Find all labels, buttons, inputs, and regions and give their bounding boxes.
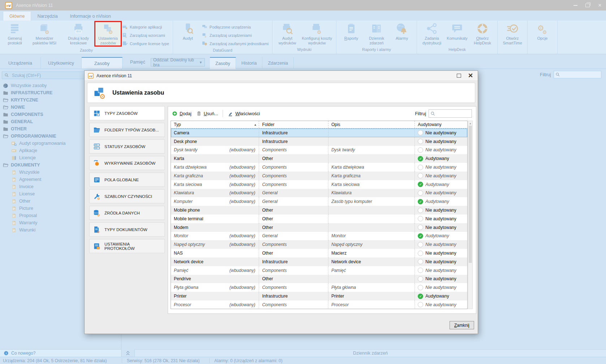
table-row[interactable]: KartaOther✓Audytowany — [171, 154, 467, 163]
ribbon-button-komunikaty[interactable]: Komunikaty — [444, 22, 470, 41]
ribbon-group-items-0: Generuj protokół⚙Menedżer pakietów MSIDr… — [0, 21, 173, 48]
ribbon-button-raporty[interactable]: Raporty — [339, 22, 364, 41]
table-row[interactable]: Mobile terminalOtherNie audytowany — [171, 214, 467, 223]
table-row[interactable]: Pamięć(wbudowany)ComponentsPamięćNie aud… — [171, 266, 467, 275]
dialog-maximize-button[interactable] — [453, 72, 465, 80]
filter-input[interactable] — [560, 72, 598, 78]
ribbon-button-zarz-dzaj-zaufanymi-jednostkami[interactable]: Zarządzaj zaufanymi jednostkami — [202, 39, 268, 48]
ribbon-button-opcje[interactable]: ⚙⚙Opcje — [530, 22, 555, 41]
ribbon-button-audyt[interactable]: Audyt — [175, 22, 201, 41]
delete-button[interactable]: Usuń... — [196, 111, 218, 116]
ribbon-button-dziennik-zdarze-[interactable]: Dziennik zdarzeń — [364, 22, 389, 46]
dialog-menu-item-1[interactable]: FOLDERY TYPÓW ZASOB... — [89, 123, 165, 137]
view-tab-urządzenia[interactable]: Urządzenia — [0, 57, 41, 69]
table-row[interactable]: PrinterInfrastructurePrinter✓Audytowany — [171, 292, 467, 300]
column-header-audytowany[interactable]: Audytowany — [415, 121, 467, 128]
document-icon — [11, 184, 17, 190]
maximize-button[interactable] — [581, 0, 594, 10]
table-row[interactable]: Network deviceInfrastructureNetwork devi… — [171, 257, 467, 266]
window-titlebar: nV Axence nVision 11 × — [0, 0, 606, 10]
subtab-zdarzenia[interactable]: Zdarzenia — [262, 57, 294, 69]
whats-new-link[interactable]: i Co nowego? — [0, 349, 121, 357]
column-header-typ[interactable]: Typ▲ — [171, 121, 259, 128]
ribbon-button-configure-license-type[interactable]: Configure license type — [122, 39, 169, 48]
view-tab-użytkownicy[interactable]: Użytkownicy — [41, 57, 82, 69]
filter-box — [554, 71, 601, 78]
helpdesk-icon — [477, 23, 488, 34]
table-row[interactable]: PendriveOtherNie audytowany — [171, 275, 467, 283]
ribbon-group-label-1: DataGuard — [173, 48, 272, 55]
ribbon-button-alarmy[interactable]: Alarmy — [389, 22, 414, 41]
dialog-menu-item-6[interactable]: ⚙ŹRÓDŁA DANYCH — [89, 206, 165, 220]
dialog-menu-item-2[interactable]: STATUSY ZASOBÓW — [89, 139, 165, 153]
dialog-menu-item-7[interactable]: ⚙TYPY DOKUMENTÓW — [89, 222, 165, 237]
ribbon-button-zarz-dzaj-wzorcami[interactable]: ⚙Zarządzaj wzorcami — [122, 31, 169, 39]
close-dialog-button[interactable]: Zamknij — [450, 321, 474, 329]
ribbon-button-kategorie-aplikacji[interactable]: Kategorie aplikacji — [122, 23, 169, 31]
properties-button[interactable]: Właściwości — [228, 111, 260, 116]
ribbon-button-audyt-wydruk-w[interactable]: Audyt wydruków — [275, 22, 300, 46]
cell-audytowany: ✓Audytowany — [415, 180, 467, 189]
ribbon-button-ustawienia-zasob-w[interactable]: ⚙Ustawienia zasobów — [95, 22, 121, 46]
builtin-suffix: (wbudowany) — [229, 165, 259, 170]
table-row[interactable]: Napęd optyczny(wbudowany)ComponentsNapęd… — [171, 240, 467, 249]
ribbon-button-zadania-dystrybucji[interactable]: Zadania dystrybucji — [419, 22, 444, 46]
table-row[interactable]: Karta graficzna(wbudowany)ComponentsKart… — [171, 172, 467, 180]
dialog-menu-item-8[interactable]: USTAWIENIA PROTOKOŁÓW — [89, 239, 165, 253]
dialog-menu-item-3[interactable]: WYKRYWANIE ZASOBÓW — [89, 156, 165, 170]
scrollbar-thumb[interactable] — [469, 126, 472, 263]
table-row[interactable]: Dysk twardy(wbudowany)ComponentsDysk twa… — [171, 146, 467, 155]
not-audited-icon — [418, 130, 423, 135]
ribbon-button-mened-er-pakiet-w-msi[interactable]: ⚙Menedżer pakietów MSI — [27, 22, 61, 46]
dialog-header-title: Ustawienia zasobu — [112, 90, 164, 96]
dialog-filter-input[interactable] — [435, 111, 469, 117]
ribbon-button-otw-rz-helpdesk[interactable]: Otwórz HelpDesk — [470, 22, 495, 46]
subtab-zasoby[interactable]: Zasoby — [210, 57, 236, 69]
column-header-folder[interactable]: Folder — [259, 121, 328, 128]
minimize-button[interactable] — [569, 0, 581, 10]
branch-filter-dropdown[interactable]: Oddział: Dowolny lub bra ▼ — [151, 58, 205, 66]
table-row[interactable]: Komputer(wbudowany)GeneralZasób typu kom… — [171, 197, 467, 206]
folder-open-icon — [3, 162, 8, 168]
table-row[interactable]: Desk phoneInfrastructureNie audytowany — [171, 137, 467, 146]
table-scrollbar[interactable]: ▲ — [468, 121, 473, 309]
ribbon-button-drukuj-kody-kreskowe[interactable]: Drukuj kody kreskowe — [61, 22, 95, 46]
table-row[interactable]: Monitor(wbudowany)GeneralMonitor✓Audytow… — [171, 232, 467, 240]
dialog-menu-item-4[interactable]: POLA GLOBALNE — [89, 173, 165, 187]
dialog-menu-item-0[interactable]: TYPY ZASOBÓW — [89, 106, 165, 120]
close-button[interactable]: × — [594, 0, 606, 10]
ribbon-button-otw-rz-smarttime[interactable]: Otwórz SmartTime — [500, 22, 525, 46]
view-tab-zasoby[interactable]: Zasoby — [82, 57, 123, 69]
dialog-close-button[interactable]: ✕ — [465, 72, 476, 80]
subtab-historia[interactable]: Historia — [236, 57, 262, 69]
svg-text:⚙: ⚙ — [317, 29, 322, 34]
ribbon-button-generuj-protok-[interactable]: Generuj protokół — [2, 22, 27, 46]
column-header-label: Folder — [262, 122, 274, 127]
ribbon-button-pod-czone-urz-dzenia[interactable]: Podłączone urządzenia — [202, 23, 268, 31]
ribbon-tab-2[interactable]: Informacje o nVision — [64, 12, 117, 21]
ribbon-button-konfiguruj-koszty-wydruk-w[interactable]: ⚙Konfiguruj koszty wydruków — [300, 22, 334, 46]
table-row[interactable]: NASOtherMacierzNie audytowany — [171, 249, 467, 257]
dialog-menu-item-5[interactable]: ⚙SZABLONY CZYNNOŚCI — [89, 189, 165, 203]
cell-typ: Dysk twardy(wbudowany) — [171, 146, 259, 155]
document-icon — [11, 177, 17, 182]
table-row[interactable]: CameraInfrastructureNie audytowany — [171, 129, 467, 137]
column-header-opis[interactable]: Opis — [328, 121, 415, 128]
ribbon-tab-0[interactable]: Główne — [3, 11, 31, 21]
table-row[interactable]: Procesor(wbudowany)ComponentsProcesorNie… — [171, 300, 467, 309]
ribbon-tab-1[interactable]: Narzędzia — [31, 12, 64, 21]
ribbon-button-label: Zarządzaj urządzeniami — [210, 33, 252, 38]
add-button[interactable]: Dodaj — [172, 111, 192, 116]
table-row[interactable]: Płyta główna(wbudowany)ComponentsPłyta g… — [171, 283, 467, 292]
table-row[interactable]: Klawiatura(wbudowany)GeneralKlawiaturaNi… — [171, 189, 467, 198]
panel-collapse-button[interactable] — [121, 349, 134, 357]
svg-text:V: V — [8, 4, 11, 8]
svg-text:⚙: ⚙ — [205, 35, 206, 38]
cell-folder: Other — [259, 223, 328, 232]
ribbon-button-zarz-dzaj-urz-dzeniami[interactable]: ⚙Zarządzaj urządzeniami — [202, 31, 268, 39]
audit-status-label: Nie audytowany — [425, 165, 456, 170]
table-row[interactable]: Mobile phoneOtherNie audytowany — [171, 206, 467, 214]
table-row[interactable]: Karta sieciowa(wbudowany)ComponentsKarta… — [171, 180, 467, 189]
table-row[interactable]: ModemOtherNie audytowany — [171, 223, 467, 232]
table-row[interactable]: Karta dźwiękowa(wbudowany)ComponentsKart… — [171, 163, 467, 172]
